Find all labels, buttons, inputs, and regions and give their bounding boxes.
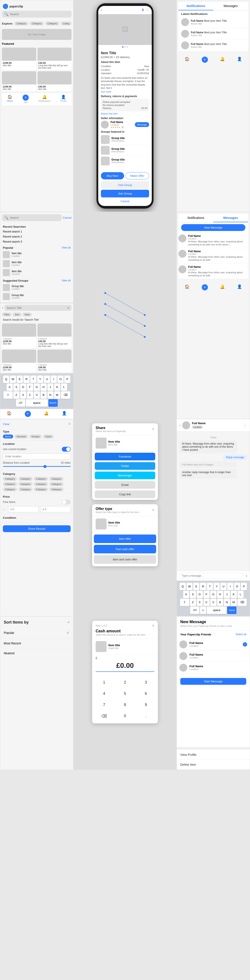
key-M[interactable]: M (54, 391, 60, 399)
key-Y[interactable]: Y (37, 375, 43, 383)
back-icon[interactable]: ‹ (101, 8, 102, 12)
type-pill-groups[interactable]: Groups (29, 434, 42, 439)
show-results-btn[interactable]: Show Results (3, 525, 71, 532)
key-search[interactable]: Search (48, 399, 58, 407)
tab-messages[interactable]: Messages (213, 2, 248, 10)
numpad-5[interactable]: 5 (115, 688, 135, 699)
msg-key-N[interactable]: N (224, 598, 230, 606)
category-pill-3[interactable]: Category (45, 22, 59, 25)
key-T[interactable]: T (30, 375, 37, 383)
tab-notif-m[interactable]: Notifications (178, 214, 213, 222)
nav-home[interactable]: 🏠 Home (7, 94, 13, 103)
nav-notif-r1[interactable]: 🔔 (220, 57, 225, 63)
msg-key-E[interactable]: E (193, 583, 199, 590)
list-item[interactable]: £299.99 Item title (2, 71, 36, 91)
clear-filter-btn[interactable]: Clear (3, 422, 10, 426)
key-G[interactable]: G (34, 383, 40, 391)
list-item[interactable]: Group title ###members (101, 134, 149, 145)
sort-option-recent[interactable]: Most Recent (0, 638, 73, 648)
cat-pill-3[interactable]: Category (34, 477, 48, 481)
new-message-btn[interactable]: New Message (181, 224, 245, 231)
friend-item-3[interactable]: Full Name Location (179, 662, 247, 674)
delete-item-option[interactable]: Delete Item (177, 760, 250, 770)
popular-item-3[interactable]: Item title Location (3, 268, 71, 277)
msg-key-Z[interactable]: Z (190, 598, 196, 606)
list-item[interactable]: £99.99 Long item title that will go over… (38, 48, 72, 70)
part-cash-offer-btn[interactable]: Part cash offer (94, 545, 156, 554)
home-search-input[interactable] (10, 13, 69, 16)
numpad-backspace[interactable]: ⌫ (94, 711, 114, 722)
msg-key-Q[interactable]: Q (180, 583, 186, 590)
list-item[interactable]: Category £299.99 Item title (2, 323, 36, 348)
cat-pill-11[interactable]: Category (34, 487, 48, 491)
type-pill-users[interactable]: Users (43, 434, 54, 439)
buy-now-btn[interactable]: Buy Now (101, 172, 124, 180)
key-X[interactable]: X (20, 391, 26, 399)
msg-key-T[interactable]: T (207, 583, 213, 590)
nav-notif-m[interactable]: 🔔 (220, 284, 225, 290)
message-seller-btn[interactable]: Message (135, 122, 149, 127)
msg-key-space[interactable]: space (207, 606, 226, 614)
close-share-btn[interactable]: × (152, 427, 154, 431)
location-input[interactable] (3, 453, 71, 460)
close-sort-btn[interactable]: × (67, 620, 70, 625)
suggested-group-1[interactable]: Group title Location (3, 283, 71, 292)
close-filter-btn[interactable]: × (68, 422, 71, 426)
popular-item-2[interactable]: Item title Location (3, 259, 71, 268)
view-all-groups-link[interactable]: View all (62, 279, 71, 282)
key-W[interactable]: W (10, 375, 16, 383)
make-offer-btn[interactable]: Make Offer (126, 172, 149, 180)
share-facebook-btn[interactable]: Facebook (95, 453, 155, 460)
numpad-2[interactable]: 2 (115, 677, 135, 688)
share-messenger-btn[interactable]: Messenger (95, 472, 155, 479)
numpad-0[interactable]: 0 (115, 711, 135, 722)
item-offer-btn[interactable]: Item offer (94, 535, 156, 543)
msg-key-123[interactable]: 123 (190, 606, 199, 614)
nav-sell-s[interactable]: + (25, 411, 31, 417)
numpad-8[interactable]: 8 (115, 700, 135, 710)
msg-key-F[interactable]: F (204, 591, 210, 598)
numpad-9[interactable]: 9 (136, 700, 156, 710)
report-item-link[interactable]: Report this item (101, 112, 149, 115)
msg-key-Y[interactable]: Y (213, 583, 220, 590)
tab-notifications[interactable]: Notifications (178, 2, 213, 10)
list-item[interactable]: Category £299.99 Item title (2, 350, 36, 372)
start-message-btn[interactable]: Start Message (180, 678, 246, 685)
sort-option-nearest[interactable]: Nearest (0, 648, 73, 658)
key-F[interactable]: F (27, 383, 33, 391)
view-profile-option[interactable]: View Profile (177, 750, 250, 760)
msg-key-G[interactable]: G (210, 591, 217, 598)
message-thread-item-2[interactable]: Full Name Location Hi there. Message fro… (178, 248, 248, 264)
list-item[interactable]: £299.99 Item title (2, 48, 36, 70)
back-icon[interactable]: ‹ (2, 306, 3, 310)
msg-key-U[interactable]: U (220, 583, 226, 590)
friend-item-2[interactable]: Full Name Location (179, 650, 247, 662)
cat-pill-2[interactable]: Category (18, 477, 33, 481)
cancel-search-btn[interactable]: Cancel (63, 216, 72, 220)
msg-key-W[interactable]: W (186, 583, 193, 590)
key-Q[interactable]: Q (3, 375, 9, 383)
msg-key-B[interactable]: B (217, 598, 223, 606)
msg-key-backspace[interactable]: ⌫ (237, 598, 247, 606)
cat-pill-7[interactable]: Category (34, 482, 48, 486)
msg-key-S[interactable]: S (190, 591, 196, 598)
msg-key-O[interactable]: O (234, 583, 240, 590)
nav-home-r1[interactable]: 🏠 (185, 57, 189, 63)
numpad-4[interactable]: 4 (94, 688, 114, 699)
key-R[interactable]: R (24, 375, 30, 383)
msg-key-D[interactable]: D (197, 591, 203, 598)
share-twitter-btn[interactable]: Twitter (95, 462, 155, 470)
key-P[interactable]: P (64, 375, 70, 383)
key-I[interactable]: I (51, 375, 57, 383)
nav-profile-r1[interactable]: 👤 (237, 57, 242, 63)
recent-search-1[interactable]: Recent search 1 (3, 229, 71, 234)
join-group-btn[interactable]: Join Group (101, 190, 149, 197)
msg-key-A[interactable]: A (183, 591, 189, 598)
msg-key-M[interactable]: M (231, 598, 237, 606)
reply-message-btn[interactable]: Reply message (223, 455, 247, 460)
list-item[interactable]: Category £99.99 Item title (38, 350, 72, 372)
nav-sell-m[interactable]: + (202, 284, 208, 290)
msg-key-H[interactable]: H (217, 591, 223, 598)
item-cash-offer-btn[interactable]: Item and cash offer (94, 555, 156, 564)
search-results-input[interactable] (6, 306, 69, 310)
